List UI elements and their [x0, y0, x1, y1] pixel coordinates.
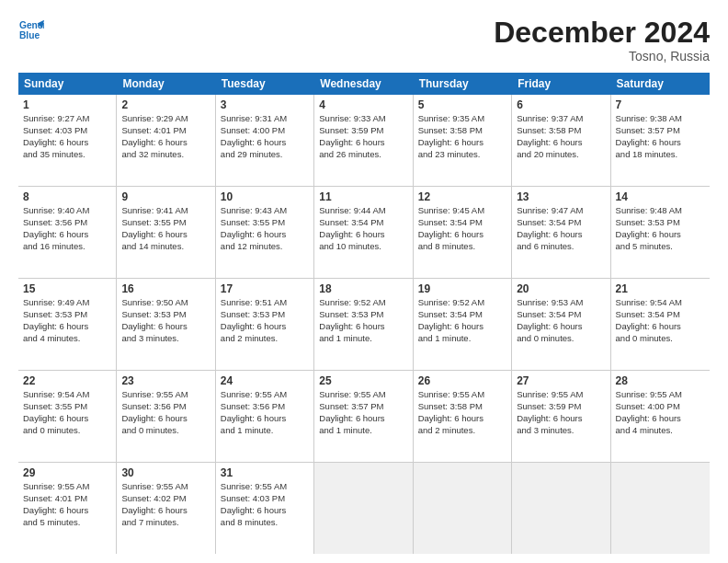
cell-line: and 1 minute. [221, 425, 309, 437]
cell-line: Daylight: 6 hours [616, 137, 705, 149]
cell-line: Daylight: 6 hours [221, 321, 309, 333]
day-number: 31 [221, 466, 309, 479]
day-cell-31: 31Sunrise: 9:55 AMSunset: 4:03 PMDayligh… [216, 463, 314, 554]
cell-line: Daylight: 6 hours [121, 229, 210, 241]
day-number: 13 [517, 190, 605, 203]
day-number: 1 [23, 98, 111, 111]
cell-line: Sunset: 3:53 PM [121, 309, 210, 321]
cell-line: Sunrise: 9:49 AM [23, 297, 111, 309]
cell-line: Sunset: 4:03 PM [23, 125, 111, 137]
cell-line: Daylight: 6 hours [221, 137, 309, 149]
empty-cell [611, 463, 710, 554]
cell-line: and 4 minutes. [23, 333, 111, 345]
cell-line: and 0 minutes. [517, 333, 605, 345]
header-day-monday: Monday [117, 73, 215, 95]
empty-cell [314, 463, 413, 554]
cell-line: Sunset: 3:58 PM [517, 125, 605, 137]
day-cell-15: 15Sunrise: 9:49 AMSunset: 3:53 PMDayligh… [18, 279, 117, 370]
empty-cell [512, 463, 610, 554]
day-cell-1: 1Sunrise: 9:27 AMSunset: 4:03 PMDaylight… [18, 95, 117, 186]
day-number: 10 [221, 190, 309, 203]
svg-text:Blue: Blue [19, 30, 40, 40]
page-header: General Blue December 2024 Tosno, Russia [18, 17, 710, 63]
day-cell-13: 13Sunrise: 9:47 AMSunset: 3:54 PMDayligh… [512, 187, 610, 278]
cell-line: Daylight: 6 hours [616, 229, 705, 241]
cell-line: Sunset: 3:59 PM [319, 125, 407, 137]
cell-line: and 12 minutes. [221, 241, 309, 253]
cell-line: Sunrise: 9:52 AM [319, 297, 407, 309]
day-cell-20: 20Sunrise: 9:53 AMSunset: 3:54 PMDayligh… [512, 279, 610, 370]
cell-line: Sunrise: 9:55 AM [616, 389, 705, 401]
day-number: 11 [319, 190, 407, 203]
cell-line: Sunrise: 9:55 AM [418, 389, 506, 401]
logo: General Blue [18, 17, 44, 42]
day-number: 8 [23, 190, 111, 203]
cell-line: Sunrise: 9:47 AM [517, 205, 605, 217]
cell-line: Daylight: 6 hours [319, 229, 407, 241]
cell-line: Daylight: 6 hours [221, 505, 309, 517]
calendar-row-1: 1Sunrise: 9:27 AMSunset: 4:03 PMDaylight… [18, 95, 710, 187]
cell-line: Sunset: 3:56 PM [221, 401, 309, 413]
cell-line: and 16 minutes. [23, 241, 111, 253]
day-cell-8: 8Sunrise: 9:40 AMSunset: 3:56 PMDaylight… [18, 187, 117, 278]
day-number: 3 [221, 98, 309, 111]
cell-line: and 4 minutes. [616, 425, 705, 437]
cell-line: and 23 minutes. [418, 149, 506, 161]
calendar-header: SundayMondayTuesdayWednesdayThursdayFrid… [18, 73, 710, 95]
day-cell-6: 6Sunrise: 9:37 AMSunset: 3:58 PMDaylight… [512, 95, 610, 186]
cell-line: Sunrise: 9:54 AM [23, 389, 111, 401]
cell-line: Sunrise: 9:55 AM [121, 389, 210, 401]
cell-line: Sunset: 3:54 PM [517, 217, 605, 229]
cell-line: Sunrise: 9:55 AM [121, 481, 210, 493]
cell-line: Sunset: 3:55 PM [221, 217, 309, 229]
day-cell-19: 19Sunrise: 9:52 AMSunset: 3:54 PMDayligh… [414, 279, 512, 370]
cell-line: Sunrise: 9:44 AM [319, 205, 407, 217]
empty-cell [414, 463, 512, 554]
day-number: 23 [121, 374, 210, 387]
cell-line: and 10 minutes. [319, 241, 407, 253]
cell-line: Sunrise: 9:41 AM [121, 205, 210, 217]
day-number: 5 [418, 98, 506, 111]
cell-line: Sunset: 3:53 PM [221, 309, 309, 321]
logo-icon: General Blue [18, 17, 44, 42]
cell-line: and 1 minute. [319, 425, 407, 437]
day-number: 18 [319, 282, 407, 295]
cell-line: and 0 minutes. [23, 425, 111, 437]
day-cell-28: 28Sunrise: 9:55 AMSunset: 4:00 PMDayligh… [611, 371, 710, 462]
day-cell-18: 18Sunrise: 9:52 AMSunset: 3:53 PMDayligh… [314, 279, 413, 370]
cell-line: Sunrise: 9:54 AM [616, 297, 705, 309]
header-day-saturday: Saturday [611, 73, 710, 95]
day-number: 21 [616, 282, 705, 295]
cell-line: Sunset: 4:01 PM [23, 493, 111, 505]
cell-line: Sunset: 3:54 PM [418, 309, 506, 321]
day-number: 29 [23, 466, 111, 479]
day-number: 26 [418, 374, 506, 387]
cell-line: Sunrise: 9:40 AM [23, 205, 111, 217]
header-day-wednesday: Wednesday [314, 73, 413, 95]
cell-line: and 35 minutes. [23, 149, 111, 161]
cell-line: and 8 minutes. [221, 517, 309, 529]
day-number: 9 [121, 190, 210, 203]
header-day-tuesday: Tuesday [216, 73, 314, 95]
day-cell-27: 27Sunrise: 9:55 AMSunset: 3:59 PMDayligh… [512, 371, 610, 462]
day-number: 6 [517, 98, 605, 111]
cell-line: Sunrise: 9:27 AM [23, 113, 111, 125]
cell-line: Daylight: 6 hours [319, 321, 407, 333]
cell-line: Sunset: 3:53 PM [23, 309, 111, 321]
day-cell-10: 10Sunrise: 9:43 AMSunset: 3:55 PMDayligh… [216, 187, 314, 278]
month-title: December 2024 [494, 17, 710, 49]
cell-line: and 1 minute. [319, 333, 407, 345]
cell-line: and 0 minutes. [616, 333, 705, 345]
location: Tosno, Russia [494, 49, 710, 63]
cell-line: Sunrise: 9:52 AM [418, 297, 506, 309]
cell-line: Sunset: 4:00 PM [221, 125, 309, 137]
cell-line: Sunset: 3:55 PM [23, 401, 111, 413]
day-number: 20 [517, 282, 605, 295]
cell-line: Sunset: 4:01 PM [121, 125, 210, 137]
header-day-thursday: Thursday [414, 73, 512, 95]
cell-line: Sunset: 3:54 PM [418, 217, 506, 229]
header-day-friday: Friday [512, 73, 610, 95]
day-cell-11: 11Sunrise: 9:44 AMSunset: 3:54 PMDayligh… [314, 187, 413, 278]
cell-line: and 7 minutes. [121, 517, 210, 529]
day-cell-23: 23Sunrise: 9:55 AMSunset: 3:56 PMDayligh… [117, 371, 215, 462]
